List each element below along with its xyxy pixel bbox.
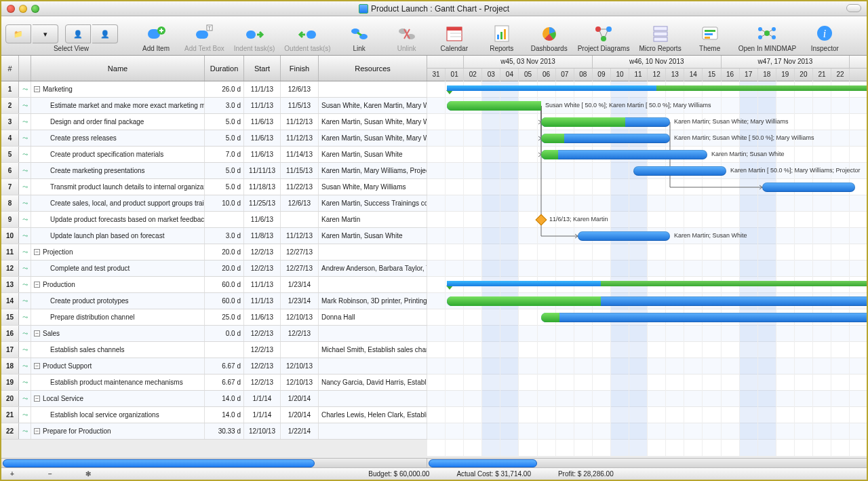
table-row[interactable]: 20⤳−Local Service14.0 d1/1/141/20/14 xyxy=(1,391,427,407)
add-text-box-button[interactable]: TAdd Text Box xyxy=(184,23,224,52)
table-row[interactable]: 9⤳Update product forecasts based on mark… xyxy=(1,212,427,228)
task-duration[interactable]: 60.0 d xyxy=(205,277,244,292)
task-resources[interactable]: Karen Martin, Susan White xyxy=(319,228,427,244)
table-row[interactable]: 17⤳Establish sales channels12/2/13Michae… xyxy=(1,342,427,358)
reports-button[interactable]: Reports xyxy=(483,23,521,52)
task-start[interactable]: 11/11/13 xyxy=(244,163,281,178)
view-dropdown-button[interactable]: ▾ xyxy=(33,24,58,43)
task-finish[interactable] xyxy=(281,212,319,227)
task-finish[interactable] xyxy=(281,342,319,358)
table-row[interactable]: 5⤳Create product specification materials… xyxy=(1,147,427,163)
task-name[interactable]: Create press releases xyxy=(31,130,205,146)
indent-tasks-button[interactable]: Indent task(s) xyxy=(234,23,275,52)
task-finish[interactable]: 12/27/13 xyxy=(281,261,319,276)
task-bar[interactable] xyxy=(541,313,867,322)
task-resources[interactable] xyxy=(319,244,427,260)
unlink-button[interactable]: Unlink xyxy=(388,23,426,52)
task-finish[interactable]: 1/22/14 xyxy=(281,423,319,439)
header-duration[interactable]: Duration xyxy=(205,56,244,81)
task-finish[interactable]: 12/2/13 xyxy=(281,326,319,341)
dashboards-button[interactable]: Dashboards xyxy=(530,23,568,52)
task-name[interactable]: Establish local service organizations xyxy=(31,407,205,423)
milestone-marker[interactable] xyxy=(536,214,547,226)
table-row[interactable]: 1⤳−Marketing26.0 d11/1/1312/6/13 xyxy=(1,81,427,98)
task-start[interactable]: 11/25/13 xyxy=(244,195,281,211)
task-resources[interactable]: Susan White, Karen Martin, Mary Williams xyxy=(319,98,427,113)
table-row[interactable]: 19⤳Establish product maintenance mechani… xyxy=(1,374,427,391)
task-start[interactable]: 11/1/13 xyxy=(244,81,281,97)
toolbar-toggle-icon[interactable] xyxy=(846,4,861,12)
project-diagrams-button[interactable]: Project Diagrams xyxy=(578,23,630,52)
task-resources[interactable]: Karen Martin, Susan White xyxy=(319,147,427,162)
remove-row-button[interactable]: − xyxy=(45,469,56,479)
task-finish[interactable]: 12/27/13 xyxy=(281,244,319,260)
task-duration[interactable]: 60.0 d xyxy=(205,293,244,309)
task-resources[interactable]: Karen Martin, Mary Williams, Projector xyxy=(319,163,427,178)
micro-reports-button[interactable]: Micro Reports xyxy=(639,23,681,52)
task-bar[interactable] xyxy=(578,231,670,241)
task-name[interactable]: Create product prototypes xyxy=(31,293,205,309)
header-name[interactable]: Name xyxy=(31,56,205,81)
task-start[interactable]: 1/1/14 xyxy=(244,391,281,406)
collapse-icon[interactable]: − xyxy=(34,396,40,402)
settings-button[interactable]: ✻ xyxy=(83,469,94,479)
table-row[interactable]: 21⤳Establish local service organizations… xyxy=(1,407,427,423)
task-name[interactable]: −Marketing xyxy=(31,81,205,97)
add-item-button[interactable]: Add Item xyxy=(137,23,175,52)
table-row[interactable]: 22⤳−Prepare for Production30.33 d12/10/1… xyxy=(1,423,427,440)
scrollbar-left[interactable] xyxy=(1,459,427,468)
task-start[interactable]: 11/6/13 xyxy=(244,309,281,325)
table-row[interactable]: 4⤳Create press releases5.0 d11/6/1311/12… xyxy=(1,130,427,147)
task-duration[interactable]: 26.0 d xyxy=(205,81,244,97)
view-user-a-button[interactable]: 👤 xyxy=(65,24,91,43)
header-start[interactable]: Start xyxy=(244,56,281,81)
task-bar[interactable] xyxy=(447,296,867,306)
task-bar[interactable] xyxy=(541,117,670,127)
task-duration[interactable]: 10.0 d xyxy=(205,195,244,211)
task-resources[interactable]: Karen Martin, Success Trainings corp. xyxy=(319,195,427,211)
task-finish[interactable]: 11/5/13 xyxy=(281,98,319,113)
task-duration[interactable]: 30.33 d xyxy=(205,423,244,439)
task-resources[interactable]: Nancy Garcia, David Harris, Establish ma… xyxy=(319,374,427,390)
collapse-icon[interactable]: − xyxy=(34,86,40,92)
table-row[interactable]: 10⤳Update launch plan based on forecast3… xyxy=(1,228,427,244)
task-start[interactable]: 11/6/13 xyxy=(244,147,281,162)
task-name[interactable]: Establish sales channels xyxy=(31,342,205,358)
task-start[interactable]: 12/2/13 xyxy=(244,374,281,390)
task-name[interactable]: −Sales xyxy=(31,326,205,341)
task-bar[interactable] xyxy=(762,182,855,192)
task-start[interactable]: 11/6/13 xyxy=(244,114,281,130)
table-row[interactable]: 18⤳−Product Support6.67 d12/2/1312/10/13 xyxy=(1,358,427,374)
outdent-tasks-button[interactable]: Outdent task(s) xyxy=(284,23,330,52)
view-folder-button[interactable]: 📁 xyxy=(5,24,31,43)
task-name[interactable]: −Product Support xyxy=(31,358,205,374)
task-name[interactable]: Design and order final package xyxy=(31,114,205,130)
task-resources[interactable]: Charles Lewis, Helen Clark, Establish se… xyxy=(319,407,427,423)
view-user-b-button[interactable]: 👤 xyxy=(92,24,118,43)
task-finish[interactable]: 11/22/13 xyxy=(281,179,319,195)
task-name[interactable]: Create sales, local, and product support… xyxy=(31,195,205,211)
task-name[interactable]: −Local Service xyxy=(31,391,205,406)
add-row-button[interactable]: + xyxy=(7,469,18,479)
task-bar[interactable] xyxy=(541,150,707,159)
collapse-icon[interactable]: − xyxy=(34,428,40,434)
collapse-icon[interactable]: − xyxy=(34,249,40,255)
open-in-mindmap-button[interactable]: Open In MINDMAP xyxy=(738,23,797,52)
theme-button[interactable]: Theme xyxy=(691,23,729,52)
task-resources[interactable]: Andrew Anderson, Barbara Taylor, Thomas … xyxy=(319,261,427,276)
table-row[interactable]: 6⤳Create marketing presentations5.0 d11/… xyxy=(1,163,427,179)
task-duration[interactable]: 5.0 d xyxy=(205,179,244,195)
task-resources[interactable] xyxy=(319,391,427,406)
task-resources[interactable]: Karen Martin, Susan White, Mary Williams xyxy=(319,130,427,146)
collapse-icon[interactable]: − xyxy=(34,330,40,336)
task-name[interactable]: Establish product maintenance mechanisms xyxy=(31,374,205,390)
task-duration[interactable]: 7.0 d xyxy=(205,147,244,162)
task-finish[interactable]: 12/6/13 xyxy=(281,81,319,97)
task-start[interactable]: 12/2/13 xyxy=(244,244,281,260)
task-name[interactable]: Estimate market and make more exact mark… xyxy=(31,98,205,113)
task-resources[interactable] xyxy=(319,81,427,97)
task-name[interactable]: Update launch plan based on forecast xyxy=(31,228,205,244)
task-resources[interactable] xyxy=(319,423,427,439)
header-resources[interactable]: Resources xyxy=(319,56,427,81)
task-start[interactable]: 12/2/13 xyxy=(244,342,281,358)
